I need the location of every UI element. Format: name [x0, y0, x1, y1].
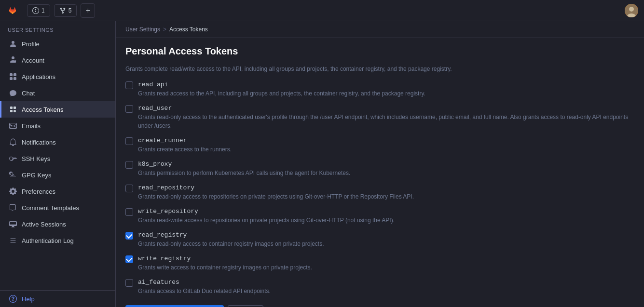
sidebar-item-comment-templates-label: Comment Templates: [22, 204, 79, 212]
sidebar: User settings Profile Account Applicatio…: [0, 21, 116, 307]
svg-point-6: [14, 110, 16, 112]
email-icon: [9, 122, 17, 130]
scope-ai-features: ai_features Grants access to GitLab Duo …: [125, 277, 634, 297]
breadcrumb-parent[interactable]: User Settings: [125, 26, 160, 33]
scope-write-repository-name: write_repository: [138, 208, 634, 215]
scope-write-repository-checkbox[interactable]: [125, 208, 133, 216]
scope-read-user-desc: Grants read-only access to the authentic…: [138, 113, 634, 130]
scope-create-runner: create_runner Grants create access to th…: [125, 135, 634, 156]
svg-rect-4: [14, 107, 16, 109]
scope-k8s-proxy-checkbox[interactable]: [125, 161, 133, 169]
sidebar-item-comment-templates[interactable]: Comment Templates: [0, 200, 115, 216]
topbar: 1 5 +: [0, 0, 644, 21]
scope-ai-features-checkbox[interactable]: [125, 279, 133, 287]
cancel-button[interactable]: Cancel: [228, 305, 263, 307]
sidebar-item-notifications[interactable]: Notifications: [0, 134, 115, 150]
key-alt-icon: [9, 171, 17, 179]
sidebar-item-profile[interactable]: Profile: [0, 36, 115, 52]
sidebar-item-profile-label: Profile: [22, 40, 40, 48]
breadcrumb-current: Access Tokens: [169, 26, 208, 33]
list-icon: [9, 237, 17, 244]
sidebar-item-authentication-log-label: Authentication Log: [22, 237, 74, 244]
key-icon: [9, 155, 17, 162]
svg-rect-5: [10, 110, 13, 112]
scope-read-api-checkbox[interactable]: [125, 81, 133, 89]
scope-read-repository-checkbox[interactable]: [125, 185, 133, 192]
sidebar-item-help[interactable]: Help: [0, 291, 115, 307]
sidebar-item-access-tokens[interactable]: Access Tokens: [0, 101, 115, 118]
scope-read-api-name: read_api: [138, 81, 634, 88]
sidebar-item-chat-label: Chat: [22, 90, 35, 97]
sidebar-item-ssh-keys-label: SSH Keys: [22, 155, 50, 162]
sidebar-item-access-tokens-label: Access Tokens: [22, 106, 63, 113]
scope-ai-features-name: ai_features: [138, 279, 634, 286]
preferences-icon: [9, 187, 17, 195]
token-icon: [9, 106, 17, 113]
sidebar-item-help-label: Help: [22, 295, 35, 303]
scope-read-registry-name: read_registry: [138, 231, 634, 239]
scope-write-registry: write_registry Grants write access to co…: [125, 253, 634, 274]
sidebar-item-applications[interactable]: Applications: [0, 68, 115, 85]
breadcrumb: User Settings > Access Tokens: [116, 21, 644, 38]
sidebar-item-account[interactable]: Account: [0, 52, 115, 68]
scope-ai-features-desc: Grants access to GitLab Duo related API …: [138, 287, 634, 295]
sidebar-item-preferences-label: Preferences: [22, 188, 55, 195]
scope-write-registry-checkbox[interactable]: [125, 255, 133, 263]
scope-write-repository-desc: Grants read-write access to repositories…: [138, 216, 634, 225]
top-description: Grants complete read/write access to the…: [125, 63, 634, 73]
scope-read-registry: read_registry Grants read-only access to…: [125, 229, 634, 250]
issues-count: 1: [41, 7, 45, 14]
grid-icon: [9, 73, 17, 80]
scopes-list: read_api Grants read access to the API, …: [125, 79, 634, 297]
merge-requests-button[interactable]: 5: [54, 4, 77, 17]
content-area: User Settings > Access Tokens Personal A…: [116, 21, 644, 307]
gitlab-logo[interactable]: [6, 4, 19, 17]
sidebar-item-authentication-log[interactable]: Authentication Log: [0, 232, 115, 249]
scope-read-user-checkbox[interactable]: [125, 105, 133, 113]
svg-rect-3: [10, 107, 13, 109]
scope-read-registry-desc: Grants read-only access to container reg…: [138, 240, 634, 248]
scope-create-runner-desc: Grants create access to the runners.: [138, 145, 634, 154]
user-avatar[interactable]: [625, 4, 638, 17]
comment-templates-icon: [9, 204, 17, 212]
sidebar-section-label: User settings: [0, 21, 115, 36]
breadcrumb-separator: >: [163, 26, 166, 33]
mr-count: 5: [69, 7, 72, 14]
sidebar-item-ssh-keys[interactable]: SSH Keys: [0, 150, 115, 167]
sidebar-item-emails[interactable]: Emails: [0, 118, 115, 134]
help-icon: [9, 295, 17, 303]
scope-create-runner-checkbox[interactable]: [125, 137, 133, 145]
bell-icon: [9, 138, 17, 146]
sidebar-item-emails-label: Emails: [22, 122, 41, 130]
sidebar-item-gpg-keys-label: GPG Keys: [22, 172, 51, 179]
scope-k8s-proxy-name: k8s_proxy: [138, 160, 634, 168]
create-token-button[interactable]: Create personal access token: [125, 305, 224, 307]
scope-write-registry-desc: Grants write access to container registr…: [138, 263, 634, 272]
scope-read-registry-checkbox[interactable]: [125, 232, 133, 240]
scope-read-user: read_user Grants read-only access to the…: [125, 103, 634, 132]
sidebar-item-active-sessions[interactable]: Active Sessions: [0, 216, 115, 232]
action-buttons: Create personal access token Cancel: [125, 305, 634, 307]
page-title: Personal Access Tokens: [116, 38, 644, 63]
new-item-button[interactable]: +: [81, 3, 95, 18]
sidebar-item-gpg-keys[interactable]: GPG Keys: [0, 167, 115, 183]
person-gear-icon: [9, 56, 17, 64]
sidebar-item-applications-label: Applications: [22, 73, 55, 80]
issues-button[interactable]: 1: [27, 4, 50, 17]
sidebar-item-active-sessions-label: Active Sessions: [22, 221, 66, 228]
chat-icon: [9, 89, 17, 97]
svg-point-1: [629, 7, 634, 12]
scope-read-user-name: read_user: [138, 105, 634, 112]
sidebar-item-chat[interactable]: Chat: [0, 85, 115, 101]
scope-read-repository-name: read_repository: [138, 184, 634, 191]
scope-read-api: read_api Grants read access to the API, …: [125, 79, 634, 100]
sidebar-item-preferences[interactable]: Preferences: [0, 183, 115, 200]
scrollable-content: Grants complete read/write access to the…: [116, 63, 644, 307]
scope-write-repository: write_repository Grants read-write acces…: [125, 206, 634, 227]
sidebar-item-notifications-label: Notifications: [22, 139, 56, 146]
sidebar-item-account-label: Account: [22, 57, 44, 64]
main-layout: User settings Profile Account Applicatio…: [0, 21, 644, 307]
scope-write-registry-name: write_registry: [138, 255, 634, 262]
monitor-icon: [9, 220, 17, 228]
sidebar-bottom: Help: [0, 290, 115, 307]
